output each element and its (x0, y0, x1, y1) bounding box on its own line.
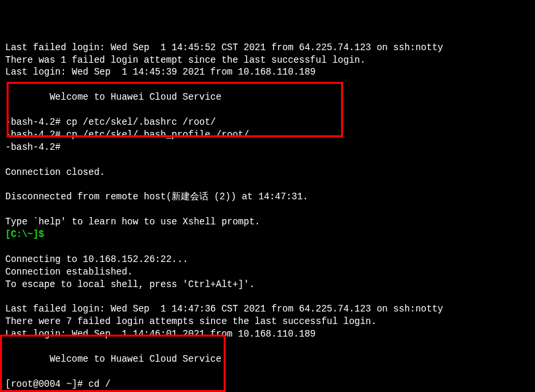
terminal-line: Type `help' to learn how to use Xshell p… (5, 216, 530, 228)
terminal-window[interactable]: Last failed login: Wed Sep 1 14:45:52 CS… (0, 0, 535, 392)
terminal-line: Last failed login: Wed Sep 1 14:47:36 CS… (5, 303, 530, 315)
terminal-line: Last login: Wed Sep 1 14:45:39 2021 from… (5, 66, 530, 79)
terminal-line (5, 366, 530, 378)
terminal-line (5, 341, 530, 353)
terminal-line: To escape to local shell, press 'Ctrl+Al… (5, 278, 530, 291)
terminal-line: Welcome to Huawei Cloud Service (5, 353, 530, 366)
terminal-line: Welcome to Huawei Cloud Service (5, 91, 530, 104)
terminal-line (5, 29, 530, 42)
terminal-line: Last login: Wed Sep 1 14:46:01 2021 from… (5, 328, 530, 341)
terminal-line (5, 154, 530, 166)
terminal-line (5, 290, 530, 303)
terminal-line (5, 79, 530, 91)
terminal-line: -bash-4.2# (5, 141, 530, 154)
terminal-line: Disconnected from remote host(新建会话 (2)) … (5, 191, 530, 203)
terminal-line (5, 104, 530, 116)
terminal-line: Last failed login: Wed Sep 1 14:45:52 CS… (5, 42, 530, 54)
terminal-line: -bash-4.2# cp /etc/skel/.bash_profile /r… (5, 129, 530, 141)
terminal-line: There was 1 failed login attempt since t… (5, 54, 530, 67)
terminal-line (5, 241, 530, 253)
terminal-line: Connection established. (5, 266, 530, 278)
terminal-line (5, 203, 530, 216)
terminal-line: Connection closed. (5, 166, 530, 179)
terminal-line: [root@0004 ~]# cd / (5, 378, 530, 391)
terminal-line: Connecting to 10.168.152.26:22... (5, 253, 530, 266)
terminal-line: There were 7 failed login attempts since… (5, 315, 530, 328)
terminal-output: Last failed login: Wed Sep 1 14:45:52 CS… (5, 29, 530, 392)
terminal-line: -bash-4.2# cp /etc/skel/.bashrc /root/ (5, 116, 530, 129)
terminal-line (5, 178, 530, 191)
terminal-line: [C:\~]$ (5, 228, 530, 241)
